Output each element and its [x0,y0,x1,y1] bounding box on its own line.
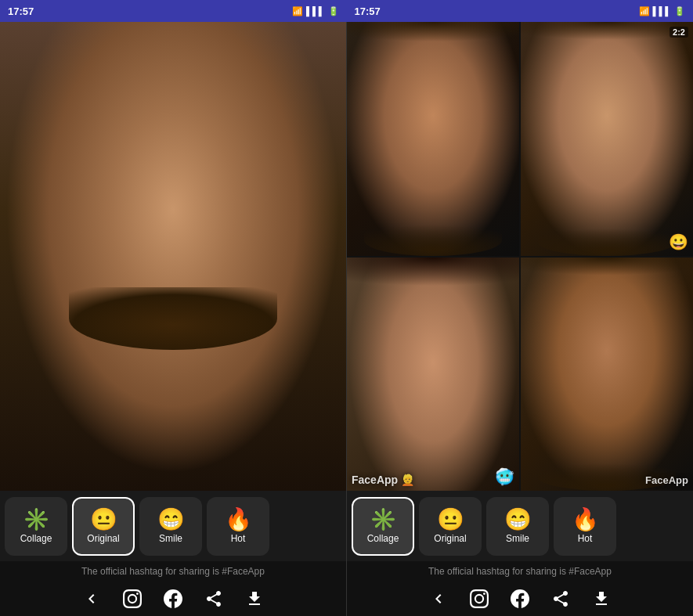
right-bottom-bar: The official hashtag for sharing is #Fac… [347,561,693,616]
status-bar-right: 17:57 📶 ▌▌▌ 🔋 [347,0,694,22]
right-hashtag: The official hashtag for sharing is #Fac… [428,566,612,577]
hair-bottom-left [347,258,519,304]
right-hot-label: Hot [578,533,593,544]
right-panel: 😀 2:2 FaceApp 👱 🥶 FaceApp [347,22,693,616]
grid-cell-bottom-left: FaceApp 👱 🥶 [347,258,519,492]
time-left: 17:57 [8,5,34,17]
emoji-top-right: 😀 [669,232,688,251]
collage-emoji: ✳️ [23,509,50,531]
left-back-button[interactable] [78,585,106,613]
left-filter-original[interactable]: 😐 Original [72,497,135,556]
original-emoji: 😐 [90,509,117,531]
left-share-button[interactable] [200,585,228,613]
left-main-photo [0,22,346,491]
right-hot-emoji: 🔥 [572,509,599,531]
hair-bottom-right [521,258,693,293]
left-filter-bar: ✳️ Collage 😐 Original 😁 Smile 🔥 Hot [0,491,346,561]
right-download-button[interactable] [587,585,615,613]
watermark-bottom-right: FaceApp [645,474,688,486]
emoji-bottom-left: 🥶 [495,467,514,486]
left-download-button[interactable] [240,585,269,613]
smile-label: Smile [159,533,182,544]
signal-icon-right: ▌▌▌ [653,6,671,16]
left-filter-hot[interactable]: 🔥 Hot [207,497,269,556]
beard-top-left [364,225,502,256]
right-bottom-content: The official hashtag for sharing is #Fac… [347,561,693,616]
status-bar-left: 17:57 📶 ▌▌▌ 🔋 [0,0,347,22]
left-panel: ✳️ Collage 😐 Original 😁 Smile 🔥 Hot The … [0,22,347,616]
left-photo-area [0,22,346,491]
hair-top-left [347,22,519,61]
right-collage-grid: 😀 2:2 FaceApp 👱 🥶 FaceApp [347,22,693,491]
right-smile-emoji: 😁 [504,509,532,531]
original-label: Original [87,533,119,544]
right-share-button[interactable] [547,585,575,613]
left-action-buttons [0,585,346,613]
grid-cell-top-right: 😀 2:2 [521,22,693,256]
right-back-button[interactable] [424,585,453,613]
main-content: ✳️ Collage 😐 Original 😁 Smile 🔥 Hot The … [0,22,693,616]
right-filter-hot[interactable]: 🔥 Hot [554,497,616,556]
hot-label: Hot [231,533,246,544]
grid-cell-bottom-right: FaceApp [521,258,693,492]
left-filter-collage[interactable]: ✳️ Collage [5,497,67,556]
wifi-icon-right: 📶 [639,6,650,16]
right-instagram-button[interactable] [465,585,493,613]
left-hashtag: The official hashtag for sharing is #Fac… [81,566,265,577]
battery-icon-right: 🔋 [674,6,685,16]
left-instagram-button[interactable] [118,585,146,613]
right-filter-smile[interactable]: 😁 Smile [486,497,549,556]
grid-cell-top-left [347,22,519,256]
status-icons-left: 📶 ▌▌▌ 🔋 [292,6,338,16]
left-facebook-button[interactable] [159,585,187,613]
right-smile-label: Smile [506,533,529,544]
right-collage-label: Collage [367,533,399,544]
battery-icon-left: 🔋 [328,6,339,16]
right-filter-collage[interactable]: ✳️ Collage [352,497,414,556]
right-collage-emoji: ✳️ [370,509,397,531]
left-bottom-bar: The official hashtag for sharing is #Fac… [0,561,346,616]
right-facebook-button[interactable] [506,585,534,613]
status-bar: 17:57 📶 ▌▌▌ 🔋 17:57 📶 ▌▌▌ 🔋 [0,0,693,22]
right-original-label: Original [434,533,466,544]
watermark-bottom-left: FaceApp 👱 [352,474,414,486]
wifi-icon-left: 📶 [292,6,303,16]
grid-label: 2:2 [670,27,688,38]
smile-emoji: 😁 [157,509,185,531]
left-filter-smile[interactable]: 😁 Smile [139,497,202,556]
right-action-buttons [347,585,693,613]
time-right: 17:57 [355,5,381,17]
status-icons-right: 📶 ▌▌▌ 🔋 [639,6,685,16]
left-bottom-content: The official hashtag for sharing is #Fac… [0,561,346,616]
right-filter-bar: ✳️ Collage 😐 Original 😁 Smile 🔥 Hot [347,491,693,561]
collage-label: Collage [20,533,52,544]
face-decoration [0,22,346,491]
beard-top-right [538,229,676,256]
signal-icon-left: ▌▌▌ [306,6,324,16]
right-original-emoji: 😐 [437,509,464,531]
hair-top-right [521,22,693,57]
hot-emoji: 🔥 [225,509,252,531]
right-photo-area: 😀 2:2 FaceApp 👱 🥶 FaceApp [347,22,693,491]
beard-decoration [69,287,276,350]
right-filter-original[interactable]: 😐 Original [419,497,482,556]
